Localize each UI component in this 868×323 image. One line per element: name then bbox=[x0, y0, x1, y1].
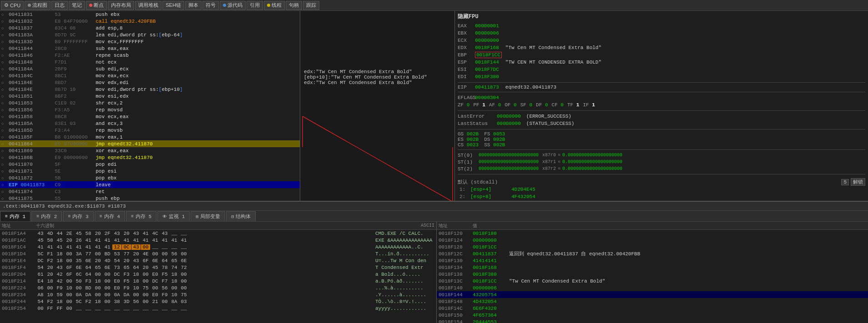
disasm-addr[interactable]: 00411844 bbox=[7, 45, 46, 52]
disasm-addr[interactable]: 00411872 bbox=[7, 174, 46, 181]
disasm-addr[interactable]: 0041185D bbox=[7, 127, 46, 134]
toolbar-flowchart-btn[interactable]: 流程图 bbox=[25, 1, 50, 10]
disasm-instr[interactable]: mov edi,dword ptr ss:[ebp+10] bbox=[94, 86, 300, 93]
disasm-instr[interactable]: mov eax,1 bbox=[94, 134, 300, 140]
bp-col[interactable]: ○ bbox=[0, 18, 7, 25]
hex-row[interactable]: 0018F24454F218005CF21800383D560021008A03… bbox=[0, 298, 436, 305]
disasm-addr[interactable]: 0041183D bbox=[7, 38, 46, 45]
bottom-tab-watch1[interactable]: 👁 监视 1 bbox=[157, 211, 190, 221]
bp-col[interactable]: ○ bbox=[0, 120, 7, 127]
disasm-instr[interactable]: sub eax,eax bbox=[94, 45, 300, 52]
disasm-instr[interactable]: repne scasb bbox=[94, 52, 300, 59]
stack-row[interactable]: 0018F14443205754 bbox=[437, 291, 868, 298]
bp-col[interactable]: ○ bbox=[0, 106, 7, 113]
hex-row[interactable]: 0018F234A81059000ADA00000ADA0000E0F91075… bbox=[0, 291, 436, 298]
disasm-instr[interactable]: rep movsd bbox=[94, 106, 300, 113]
disasm-instr[interactable]: mov eax,ecx bbox=[94, 72, 300, 79]
disasm-addr[interactable]: 00411869 bbox=[7, 147, 46, 154]
stack-row[interactable]: 0018F14000000006 bbox=[437, 284, 868, 291]
stack-row[interactable]: 0018F12C00411837返回到 eqnedt32.00411837 自 … bbox=[437, 250, 868, 257]
bp-col[interactable]: ○ bbox=[0, 195, 7, 201]
disasm-instr[interactable]: pop edi bbox=[94, 161, 300, 168]
hex-row[interactable]: 0018F25400FFFF00________________________… bbox=[0, 305, 436, 312]
disasm-scroll[interactable]: ○ 00411831 53 push ebx ○ 00411832 E8 84F… bbox=[0, 11, 300, 201]
stack-row[interactable]: 0018F15420444553 bbox=[437, 318, 868, 323]
disasm-addr[interactable]: 00411870 bbox=[7, 161, 46, 168]
toolbar-log-btn[interactable]: 日志 bbox=[51, 1, 68, 10]
disasm-instr[interactable]: ret bbox=[94, 188, 300, 195]
disasm-addr[interactable]: 0041184A bbox=[7, 65, 46, 72]
disasm-instr[interactable]: shr ecx,2 bbox=[94, 99, 300, 106]
disasm-addr[interactable]: 0041184E bbox=[7, 86, 46, 93]
hex-row[interactable]: 0018F2046120426F6C640000DCF31800E0F51800… bbox=[0, 271, 436, 278]
stack-row[interactable]: 0018F1504F657364 bbox=[437, 312, 868, 318]
disasm-addr[interactable]: 0041184E bbox=[7, 79, 46, 86]
bottom-tab-mem1[interactable]: ≡ 内存 1 bbox=[0, 211, 30, 221]
disasm-addr[interactable]: 00411864 bbox=[7, 140, 46, 147]
bp-col[interactable]: ○ bbox=[0, 11, 7, 18]
bp-col[interactable]: ○ bbox=[0, 99, 7, 106]
hex-scroll[interactable]: 0018F1A4434D442E4558202F432043414C43____… bbox=[0, 230, 436, 323]
disasm-addr[interactable]: 00411853 bbox=[7, 99, 46, 106]
disasm-addr[interactable]: 00411837 bbox=[7, 25, 46, 31]
disasm-addr[interactable]: 00411846 bbox=[7, 52, 46, 59]
bp-col[interactable]: ○ bbox=[0, 154, 7, 161]
stack-scroll[interactable]: 0018F1200018F1800018F124000000000018F128… bbox=[437, 230, 868, 323]
bp-col[interactable]: ○ bbox=[0, 38, 7, 45]
hex-row[interactable]: 0018F1A4434D442E4558202F432043414C43____… bbox=[0, 230, 436, 237]
disasm-addr[interactable]: 00411831 bbox=[7, 11, 46, 18]
disasm-instr[interactable]: push ebx bbox=[94, 11, 300, 18]
toolbar-breakpoints-btn[interactable]: 断点 bbox=[86, 1, 107, 10]
disasm-instr[interactable]: call eqnedt32.420FBB bbox=[94, 18, 300, 25]
disasm-instr[interactable]: add esp,8 bbox=[94, 25, 300, 31]
bottom-tab-mem4[interactable]: ≡ 内存 4 bbox=[95, 211, 125, 221]
disasm-instr[interactable]: lea edi,dword ptr ss:[ebp-64] bbox=[94, 31, 300, 38]
disasm-addr[interactable]: 0041185A bbox=[7, 120, 46, 127]
bp-col[interactable]: ○ bbox=[0, 25, 7, 31]
toolbar-script-btn[interactable]: 脚本 bbox=[185, 1, 202, 10]
stack-row[interactable]: 0018F13C0018F1CC"Tw Cen MT Condensed Ext… bbox=[437, 278, 868, 284]
disasm-addr[interactable]: 00411851 bbox=[7, 93, 46, 99]
reg-val-ecx[interactable]: 00000000 bbox=[475, 38, 499, 43]
bottom-tab-mem5[interactable]: ≡ 内存 5 bbox=[126, 211, 156, 221]
toolbar-handles-btn[interactable]: 句柄 bbox=[286, 1, 302, 10]
reg-val-edx[interactable]: 0018F168 bbox=[475, 45, 499, 50]
reg-val-esi[interactable]: 0018F7DC bbox=[475, 67, 499, 72]
bp-col[interactable]: ○ bbox=[0, 140, 7, 147]
unlock-btn[interactable]: 解锁 bbox=[851, 178, 865, 186]
bp-col[interactable]: ○ bbox=[0, 168, 7, 174]
reg-val-ebp[interactable]: 0018F1CC bbox=[475, 52, 502, 58]
bp-col[interactable]: ○ bbox=[0, 113, 7, 120]
toolbar-seh-btn[interactable]: SEH链 bbox=[162, 1, 184, 10]
disasm-instr[interactable]: jmp eqnedt32.411870 bbox=[94, 154, 300, 161]
toolbar-callstack-btn[interactable]: 调用堆栈 bbox=[135, 1, 161, 10]
bp-col[interactable]: ○ bbox=[0, 127, 7, 134]
toolbar-refs-btn[interactable]: 引用 bbox=[247, 1, 263, 10]
bp-col[interactable]: ○ bbox=[0, 147, 7, 154]
stack-row[interactable]: 0018F1340018F168 bbox=[437, 264, 868, 271]
disasm-addr[interactable]: 00411856 bbox=[7, 106, 46, 113]
bottom-tab-mem2[interactable]: ≡ 内存 2 bbox=[31, 211, 62, 221]
toolbar-symbols-btn[interactable]: 符号 bbox=[202, 1, 219, 10]
disasm-addr[interactable]: 0041186B bbox=[7, 154, 46, 161]
bp-col[interactable]: ○ bbox=[0, 45, 7, 52]
bp-col[interactable]: ○ bbox=[0, 79, 7, 86]
stack-row[interactable]: 0018F13041414141 bbox=[437, 257, 868, 264]
disasm-addr[interactable]: 00411871 bbox=[7, 168, 46, 174]
hex-row[interactable]: 0018F1C44141414141414141120C4300________… bbox=[0, 243, 436, 250]
reg-val-edi[interactable]: 0018F380 bbox=[475, 74, 499, 80]
disasm-instr[interactable]: leave bbox=[94, 181, 300, 188]
hex-row[interactable]: 0018F1E4DCF21800356E204D5420436F6E64656E… bbox=[0, 257, 436, 264]
disasm-addr[interactable]: 00411875 bbox=[7, 195, 46, 201]
stack-row[interactable]: 0018F1484D432054 bbox=[437, 298, 868, 305]
bp-col[interactable]: ○ bbox=[0, 134, 7, 140]
bp-col[interactable]: ○ bbox=[0, 86, 7, 93]
disasm-instr[interactable]: mov esi,edx bbox=[94, 93, 300, 99]
bp-col[interactable]: ○ bbox=[0, 72, 7, 79]
disasm-instr[interactable]: jmp eqnedt32.411870 bbox=[94, 140, 300, 147]
toolbar-trace-btn[interactable]: 跟踪 bbox=[303, 1, 319, 10]
bottom-tab-locals[interactable]: ⊞ 局部变量 bbox=[191, 211, 225, 221]
disasm-instr[interactable]: not ecx bbox=[94, 59, 300, 65]
disasm-instr[interactable]: push ebp bbox=[94, 195, 300, 201]
bp-col[interactable]: ○ bbox=[0, 174, 7, 181]
